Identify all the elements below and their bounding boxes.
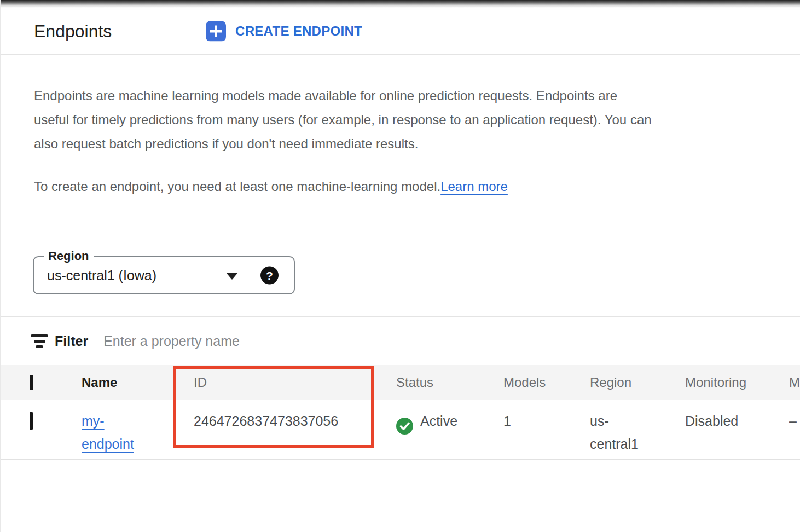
create-hint-paragraph: To create an endpoint, you need at least… bbox=[34, 175, 652, 199]
create-hint-text: To create an endpoint, you need at least… bbox=[34, 179, 440, 194]
top-toolbar-shadow bbox=[1, 0, 800, 8]
region-select-value: us-central1 (Iowa) bbox=[47, 268, 156, 284]
column-header-monitoring[interactable]: Monitoring bbox=[685, 375, 789, 390]
region-select[interactable]: Region us-central1 (Iowa) ? bbox=[33, 256, 295, 294]
region-text: us-central1 bbox=[590, 409, 645, 455]
create-endpoint-label: CREATE ENDPOINT bbox=[235, 24, 362, 39]
endpoint-models-cell: 1 bbox=[503, 400, 590, 432]
page-header: Endpoints CREATE ENDPOINT bbox=[1, 8, 800, 55]
column-header-status[interactable]: Status bbox=[375, 375, 503, 390]
page-title: Endpoints bbox=[34, 21, 112, 41]
endpoints-description: Endpoints are machine learning models ma… bbox=[34, 84, 652, 156]
table-header-row: Name ID Status Models Region Monitoring … bbox=[1, 365, 800, 400]
endpoint-name-cell: my-endpoint bbox=[80, 400, 173, 455]
endpoint-region-cell: us-central1 bbox=[590, 400, 685, 455]
row-select-cell bbox=[1, 400, 80, 432]
chevron-down-icon bbox=[226, 273, 238, 280]
column-header-name[interactable]: Name bbox=[80, 375, 173, 390]
learn-more-link[interactable]: Learn more bbox=[440, 179, 508, 194]
region-help-icon[interactable]: ? bbox=[260, 267, 279, 285]
region-select-label: Region bbox=[44, 248, 94, 264]
filter-input[interactable] bbox=[102, 333, 597, 350]
column-header-id[interactable]: ID bbox=[173, 375, 375, 390]
filter-icon bbox=[31, 334, 48, 348]
endpoint-id-cell: 2464726837473837056 bbox=[173, 400, 375, 432]
intro-section: Endpoints are machine learning models ma… bbox=[34, 55, 652, 199]
status-text: Active bbox=[420, 409, 457, 432]
plus-icon bbox=[206, 21, 226, 41]
endpoints-page: Endpoints CREATE ENDPOINT Endpoints are … bbox=[0, 0, 800, 532]
select-all-cell bbox=[1, 375, 80, 390]
active-status-icon bbox=[396, 418, 413, 435]
filter-bar: Filter bbox=[1, 316, 800, 365]
select-all-checkbox[interactable] bbox=[30, 375, 33, 390]
endpoint-monitoring-cell: Disabled bbox=[685, 400, 789, 432]
filter-label: Filter bbox=[55, 333, 88, 349]
endpoint-last-cell: – bbox=[789, 400, 800, 432]
endpoint-status-cell: Active bbox=[375, 400, 503, 435]
table-row: my-endpoint 2464726837473837056 Active 1… bbox=[1, 400, 800, 460]
column-header-clipped[interactable]: M bbox=[789, 375, 800, 390]
column-header-models[interactable]: Models bbox=[503, 375, 590, 390]
column-header-region[interactable]: Region bbox=[590, 375, 685, 390]
create-endpoint-button[interactable]: CREATE ENDPOINT bbox=[206, 21, 362, 41]
endpoints-table: Name ID Status Models Region Monitoring … bbox=[1, 365, 800, 460]
row-checkbox[interactable] bbox=[30, 412, 33, 430]
endpoint-name-link[interactable]: my-endpoint bbox=[82, 413, 134, 452]
